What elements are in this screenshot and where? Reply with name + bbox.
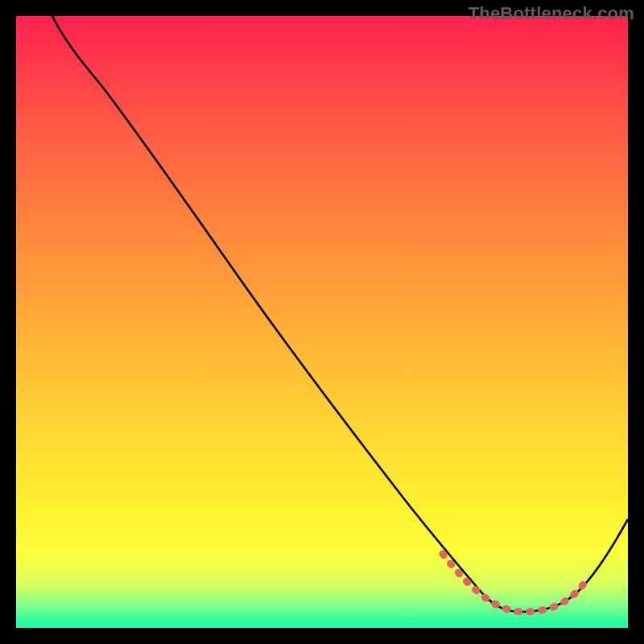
watermark-text: TheBottleneck.com [469, 3, 634, 24]
curve-path [52, 16, 628, 612]
highlight-valley-path [443, 554, 585, 612]
chart-plot-area [16, 16, 628, 628]
bottleneck-curve [16, 16, 628, 628]
